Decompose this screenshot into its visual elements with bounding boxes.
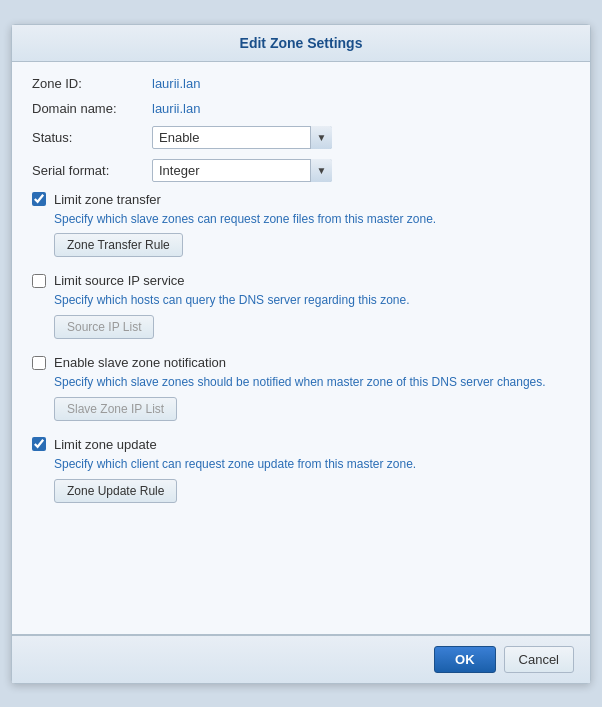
serial-format-select[interactable]: Integer Date — [152, 159, 332, 182]
domain-name-label: Domain name: — [32, 101, 152, 116]
zone-id-row: Zone ID: laurii.lan — [32, 76, 570, 91]
checkbox-row-slave-notification: Enable slave zone notification — [32, 355, 570, 370]
checkbox-row-limit-zone-update: Limit zone update — [32, 437, 570, 452]
desc-limit-zone-transfer: Specify which slave zones can request zo… — [54, 211, 570, 228]
desc-limit-zone-update: Specify which client can request zone up… — [54, 456, 570, 473]
status-row: Status: Enable Disable ▼ — [32, 126, 570, 149]
zone-id-label: Zone ID: — [32, 76, 152, 91]
section-limit-zone-update: Limit zone update Specify which client c… — [32, 437, 570, 513]
btn-source-ip-list[interactable]: Source IP List — [54, 315, 154, 339]
section-limit-source-ip: Limit source IP service Specify which ho… — [32, 273, 570, 349]
domain-name-value: laurii.lan — [152, 101, 200, 116]
serial-format-row: Serial format: Integer Date ▼ — [32, 159, 570, 182]
status-select-wrapper: Enable Disable ▼ — [152, 126, 332, 149]
section-limit-zone-transfer: Limit zone transfer Specify which slave … — [32, 192, 570, 268]
serial-format-label: Serial format: — [32, 163, 152, 178]
dialog-body: Zone ID: laurii.lan Domain name: laurii.… — [12, 62, 590, 634]
checkbox-row-limit-source-ip: Limit source IP service — [32, 273, 570, 288]
domain-name-row: Domain name: laurii.lan — [32, 101, 570, 116]
edit-zone-dialog: Edit Zone Settings Zone ID: laurii.lan D… — [11, 24, 591, 684]
desc-limit-source-ip: Specify which hosts can query the DNS se… — [54, 292, 570, 309]
status-label: Status: — [32, 130, 152, 145]
dialog-footer: OK Cancel — [12, 635, 590, 683]
btn-zone-transfer-rule[interactable]: Zone Transfer Rule — [54, 233, 183, 257]
label-limit-source-ip: Limit source IP service — [54, 273, 185, 288]
section-slave-notification: Enable slave zone notification Specify w… — [32, 355, 570, 431]
btn-slave-zone-ip-list[interactable]: Slave Zone IP List — [54, 397, 177, 421]
zone-id-value: laurii.lan — [152, 76, 200, 91]
label-slave-notification: Enable slave zone notification — [54, 355, 226, 370]
checkbox-row-limit-zone-transfer: Limit zone transfer — [32, 192, 570, 207]
cancel-button[interactable]: Cancel — [504, 646, 574, 673]
serial-format-select-wrapper: Integer Date ▼ — [152, 159, 332, 182]
checkbox-limit-zone-transfer[interactable] — [32, 192, 46, 206]
checkbox-limit-source-ip[interactable] — [32, 274, 46, 288]
checkbox-slave-notification[interactable] — [32, 356, 46, 370]
desc-slave-notification: Specify which slave zones should be noti… — [54, 374, 570, 391]
checkbox-limit-zone-update[interactable] — [32, 437, 46, 451]
label-limit-zone-update: Limit zone update — [54, 437, 157, 452]
ok-button[interactable]: OK — [434, 646, 496, 673]
status-select[interactable]: Enable Disable — [152, 126, 332, 149]
dialog-header: Edit Zone Settings — [12, 25, 590, 62]
btn-zone-update-rule[interactable]: Zone Update Rule — [54, 479, 177, 503]
label-limit-zone-transfer: Limit zone transfer — [54, 192, 161, 207]
dialog-title: Edit Zone Settings — [28, 35, 574, 51]
